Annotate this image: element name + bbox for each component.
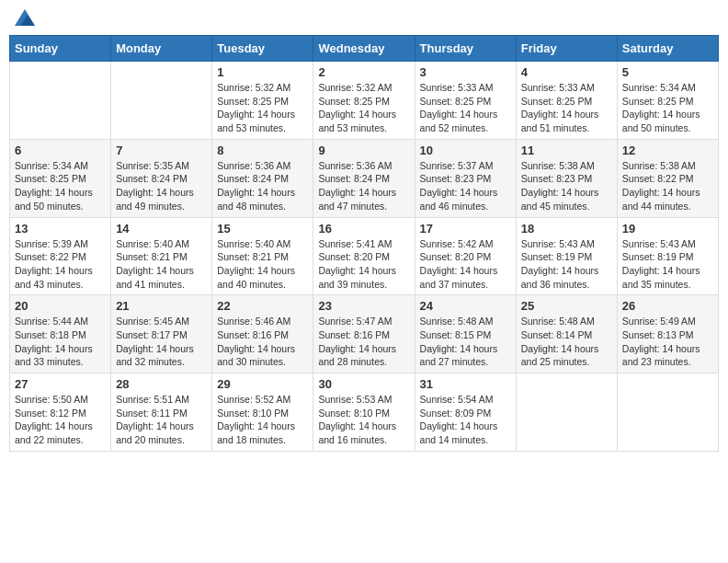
day-number: 3 [420, 65, 511, 79]
day-number: 21 [116, 299, 207, 313]
day-info: Sunrise: 5:48 AM Sunset: 8:15 PM Dayligh… [420, 315, 511, 369]
calendar-cell: 27Sunrise: 5:50 AM Sunset: 8:12 PM Dayli… [10, 373, 111, 452]
calendar-cell: 13Sunrise: 5:39 AM Sunset: 8:22 PM Dayli… [10, 217, 111, 295]
page-header [9, 9, 719, 26]
calendar-cell: 11Sunrise: 5:38 AM Sunset: 8:23 PM Dayli… [516, 139, 617, 217]
calendar-cell: 17Sunrise: 5:42 AM Sunset: 8:20 PM Dayli… [415, 217, 516, 295]
calendar-cell: 7Sunrise: 5:35 AM Sunset: 8:24 PM Daylig… [111, 139, 212, 217]
day-number: 8 [217, 144, 308, 157]
day-info: Sunrise: 5:32 AM Sunset: 8:25 PM Dayligh… [318, 81, 409, 135]
calendar-cell: 20Sunrise: 5:44 AM Sunset: 8:18 PM Dayli… [10, 295, 111, 373]
calendar-cell: 14Sunrise: 5:40 AM Sunset: 8:21 PM Dayli… [111, 217, 212, 295]
calendar-header-row: SundayMondayTuesdayWednesdayThursdayFrid… [10, 36, 719, 62]
day-info: Sunrise: 5:38 AM Sunset: 8:22 PM Dayligh… [622, 159, 713, 213]
calendar-cell: 15Sunrise: 5:40 AM Sunset: 8:21 PM Dayli… [212, 217, 313, 295]
day-info: Sunrise: 5:35 AM Sunset: 8:24 PM Dayligh… [116, 159, 207, 213]
calendar-cell: 24Sunrise: 5:48 AM Sunset: 8:15 PM Dayli… [415, 295, 516, 373]
column-header-saturday: Saturday [617, 36, 718, 62]
logo [14, 9, 36, 26]
calendar-week-row: 6Sunrise: 5:34 AM Sunset: 8:25 PM Daylig… [10, 139, 719, 217]
calendar-cell: 29Sunrise: 5:52 AM Sunset: 8:10 PM Dayli… [212, 373, 313, 452]
column-header-thursday: Thursday [415, 36, 516, 62]
calendar-cell [111, 62, 212, 140]
day-number: 31 [420, 377, 511, 391]
calendar-cell: 6Sunrise: 5:34 AM Sunset: 8:25 PM Daylig… [10, 139, 111, 217]
column-header-friday: Friday [516, 36, 617, 62]
day-info: Sunrise: 5:47 AM Sunset: 8:16 PM Dayligh… [318, 315, 409, 369]
column-header-sunday: Sunday [10, 36, 111, 62]
day-info: Sunrise: 5:54 AM Sunset: 8:09 PM Dayligh… [420, 393, 511, 447]
day-number: 16 [318, 222, 409, 236]
day-info: Sunrise: 5:41 AM Sunset: 8:20 PM Dayligh… [318, 237, 409, 292]
day-number: 27 [15, 377, 106, 391]
day-info: Sunrise: 5:36 AM Sunset: 8:24 PM Dayligh… [217, 159, 308, 213]
calendar-cell: 26Sunrise: 5:49 AM Sunset: 8:13 PM Dayli… [617, 295, 718, 373]
day-info: Sunrise: 5:52 AM Sunset: 8:10 PM Dayligh… [217, 393, 308, 447]
day-info: Sunrise: 5:49 AM Sunset: 8:13 PM Dayligh… [622, 315, 713, 369]
day-number: 11 [521, 144, 612, 157]
day-number: 18 [521, 222, 612, 236]
day-number: 10 [420, 144, 511, 157]
day-number: 6 [15, 144, 106, 157]
day-number: 22 [217, 299, 308, 313]
day-info: Sunrise: 5:43 AM Sunset: 8:19 PM Dayligh… [521, 237, 612, 292]
day-info: Sunrise: 5:38 AM Sunset: 8:23 PM Dayligh… [521, 159, 612, 213]
calendar-week-row: 20Sunrise: 5:44 AM Sunset: 8:18 PM Dayli… [10, 295, 719, 373]
logo-icon [15, 9, 35, 26]
day-info: Sunrise: 5:33 AM Sunset: 8:25 PM Dayligh… [420, 81, 511, 135]
calendar-cell: 22Sunrise: 5:46 AM Sunset: 8:16 PM Dayli… [212, 295, 313, 373]
day-info: Sunrise: 5:34 AM Sunset: 8:25 PM Dayligh… [622, 81, 713, 135]
day-info: Sunrise: 5:50 AM Sunset: 8:12 PM Dayligh… [15, 393, 106, 447]
calendar-week-row: 1Sunrise: 5:32 AM Sunset: 8:25 PM Daylig… [10, 62, 719, 140]
day-number: 19 [622, 222, 713, 236]
day-number: 26 [622, 299, 713, 313]
calendar-week-row: 13Sunrise: 5:39 AM Sunset: 8:22 PM Dayli… [10, 217, 719, 295]
calendar-cell: 18Sunrise: 5:43 AM Sunset: 8:19 PM Dayli… [516, 217, 617, 295]
day-number: 25 [521, 299, 612, 313]
calendar-cell: 21Sunrise: 5:45 AM Sunset: 8:17 PM Dayli… [111, 295, 212, 373]
day-number: 30 [318, 377, 409, 391]
day-number: 28 [116, 377, 207, 391]
day-number: 5 [622, 65, 713, 79]
calendar-cell: 8Sunrise: 5:36 AM Sunset: 8:24 PM Daylig… [212, 139, 313, 217]
day-info: Sunrise: 5:33 AM Sunset: 8:25 PM Dayligh… [521, 81, 612, 135]
day-number: 14 [116, 222, 207, 236]
day-info: Sunrise: 5:40 AM Sunset: 8:21 PM Dayligh… [116, 237, 207, 292]
day-info: Sunrise: 5:34 AM Sunset: 8:25 PM Dayligh… [15, 159, 106, 213]
day-number: 15 [217, 222, 308, 236]
day-info: Sunrise: 5:43 AM Sunset: 8:19 PM Dayligh… [622, 237, 713, 292]
calendar-cell: 31Sunrise: 5:54 AM Sunset: 8:09 PM Dayli… [415, 373, 516, 452]
day-number: 20 [15, 299, 106, 313]
column-header-monday: Monday [111, 36, 212, 62]
calendar-cell: 23Sunrise: 5:47 AM Sunset: 8:16 PM Dayli… [313, 295, 415, 373]
calendar-cell [516, 373, 617, 452]
calendar-cell: 3Sunrise: 5:33 AM Sunset: 8:25 PM Daylig… [415, 62, 516, 140]
calendar-cell: 16Sunrise: 5:41 AM Sunset: 8:20 PM Dayli… [313, 217, 415, 295]
day-info: Sunrise: 5:42 AM Sunset: 8:20 PM Dayligh… [420, 237, 511, 292]
day-number: 1 [217, 65, 308, 79]
day-number: 7 [116, 144, 207, 157]
day-number: 29 [217, 377, 308, 391]
calendar-cell: 19Sunrise: 5:43 AM Sunset: 8:19 PM Dayli… [617, 217, 718, 295]
day-info: Sunrise: 5:36 AM Sunset: 8:24 PM Dayligh… [318, 159, 409, 213]
day-info: Sunrise: 5:37 AM Sunset: 8:23 PM Dayligh… [420, 159, 511, 213]
calendar-cell [617, 373, 718, 452]
calendar-table: SundayMondayTuesdayWednesdayThursdayFrid… [9, 35, 719, 452]
calendar-cell: 25Sunrise: 5:48 AM Sunset: 8:14 PM Dayli… [516, 295, 617, 373]
day-number: 9 [318, 144, 409, 157]
day-info: Sunrise: 5:48 AM Sunset: 8:14 PM Dayligh… [521, 315, 612, 369]
calendar-cell: 4Sunrise: 5:33 AM Sunset: 8:25 PM Daylig… [516, 62, 617, 140]
calendar-cell: 9Sunrise: 5:36 AM Sunset: 8:24 PM Daylig… [313, 139, 415, 217]
day-number: 24 [420, 299, 511, 313]
day-number: 17 [420, 222, 511, 236]
day-info: Sunrise: 5:39 AM Sunset: 8:22 PM Dayligh… [15, 237, 106, 292]
day-info: Sunrise: 5:46 AM Sunset: 8:16 PM Dayligh… [217, 315, 308, 369]
day-number: 2 [318, 65, 409, 79]
day-number: 23 [318, 299, 409, 313]
calendar-cell: 10Sunrise: 5:37 AM Sunset: 8:23 PM Dayli… [415, 139, 516, 217]
column-header-wednesday: Wednesday [313, 36, 415, 62]
day-info: Sunrise: 5:32 AM Sunset: 8:25 PM Dayligh… [217, 81, 308, 135]
day-info: Sunrise: 5:40 AM Sunset: 8:21 PM Dayligh… [217, 237, 308, 292]
day-info: Sunrise: 5:45 AM Sunset: 8:17 PM Dayligh… [116, 315, 207, 369]
day-number: 13 [15, 222, 106, 236]
